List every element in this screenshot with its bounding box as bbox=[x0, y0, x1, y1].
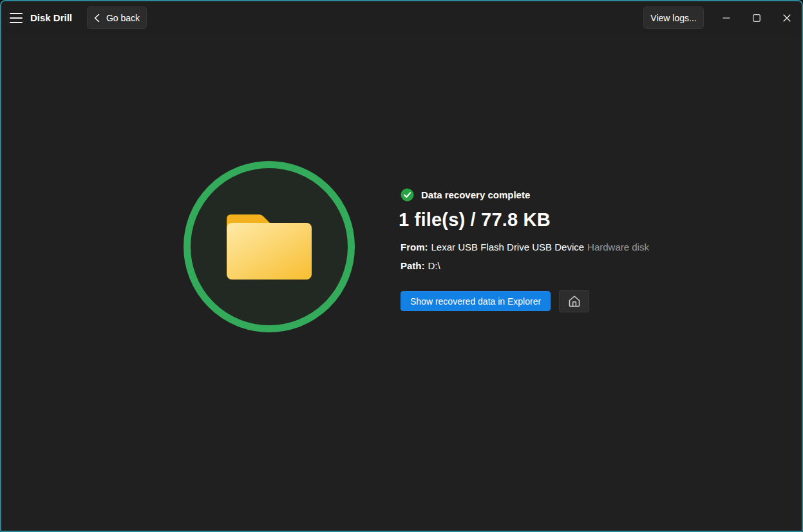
show-recovered-data-button[interactable]: Show recovered data in Explorer bbox=[401, 291, 551, 311]
hamburger-menu-icon[interactable] bbox=[9, 10, 24, 26]
path-label: Path: bbox=[401, 260, 425, 271]
path-value: D:\ bbox=[428, 260, 440, 271]
chevron-left-icon bbox=[94, 14, 100, 23]
recovery-status-ring bbox=[184, 161, 355, 332]
titlebar: Disk Drill Go back View logs... bbox=[1, 1, 802, 34]
go-back-button[interactable]: Go back bbox=[87, 6, 147, 29]
view-logs-label: View logs... bbox=[650, 13, 696, 23]
actions-row: Show recovered data in Explorer bbox=[401, 290, 589, 312]
maximize-icon[interactable] bbox=[741, 1, 771, 34]
app-title: Disk Drill bbox=[30, 1, 72, 34]
app-window: Disk Drill Go back View logs... bbox=[0, 0, 803, 532]
from-line: From:Lexar USB Flash Drive USB DeviceHar… bbox=[401, 242, 649, 252]
home-icon bbox=[568, 295, 581, 307]
from-label: From: bbox=[401, 242, 428, 252]
status-row: Data recovery complete bbox=[401, 188, 530, 202]
from-device: Lexar USB Flash Drive USB Device bbox=[431, 242, 585, 252]
folder-icon bbox=[225, 213, 313, 281]
status-text: Data recovery complete bbox=[421, 189, 530, 200]
check-circle-icon bbox=[401, 188, 414, 202]
path-line: Path:D:\ bbox=[401, 260, 440, 271]
close-icon[interactable] bbox=[771, 1, 802, 34]
home-button[interactable] bbox=[559, 290, 589, 312]
recovery-summary: 1 file(s) / 77.8 KB bbox=[399, 209, 551, 231]
minimize-icon[interactable] bbox=[711, 1, 741, 34]
main-content: Data recovery complete 1 file(s) / 77.8 … bbox=[1, 34, 802, 531]
go-back-label: Go back bbox=[106, 13, 140, 23]
window-controls bbox=[711, 1, 802, 34]
from-disk-type: Hardware disk bbox=[587, 242, 649, 252]
view-logs-button[interactable]: View logs... bbox=[643, 6, 704, 29]
